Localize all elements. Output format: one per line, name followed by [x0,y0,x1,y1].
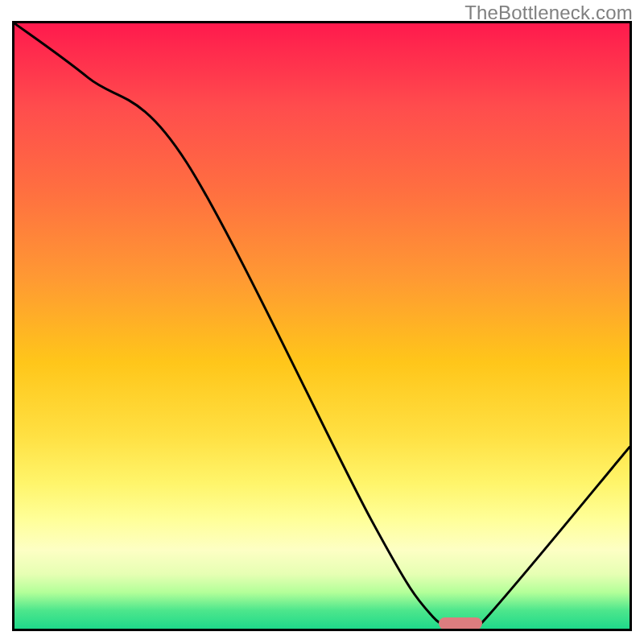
optimal-region-marker [439,617,481,630]
plot-area [12,21,632,631]
bottleneck-curve [14,23,630,629]
chart-frame: TheBottleneck.com [0,0,644,644]
